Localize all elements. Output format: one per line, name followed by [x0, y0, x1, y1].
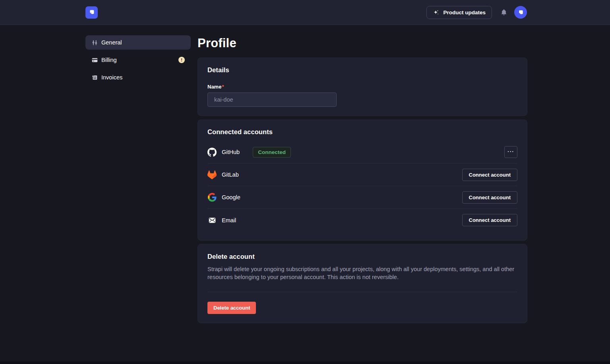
row-action: ···: [504, 146, 517, 158]
google-connect-button[interactable]: Connect account: [462, 191, 517, 204]
settings-sidebar: General Billing !: [85, 35, 191, 327]
invoice-icon: [91, 74, 99, 81]
delete-account-card: Delete account Strapi will delete your o…: [198, 244, 527, 323]
row-action: Connect account: [462, 191, 517, 204]
provider-name: Email: [222, 217, 236, 223]
name-field-label: Name*: [207, 84, 517, 90]
delete-account-button[interactable]: Delete account: [207, 302, 256, 314]
notifications-bell-icon[interactable]: [500, 9, 507, 16]
sidebar-item-invoices[interactable]: Invoices: [85, 70, 191, 85]
sidebar-item-billing[interactable]: Billing !: [85, 53, 191, 67]
page-title: Profile: [198, 36, 527, 51]
email-envelope-icon: [207, 216, 217, 225]
required-asterisk: *: [222, 84, 224, 90]
main-content: Profile Details Name* Connected accounts…: [198, 35, 527, 327]
row-action: Connect account: [462, 169, 517, 181]
account-row-google: Google Connect account: [207, 186, 517, 209]
product-updates-label: Product updates: [443, 10, 486, 15]
row-action: Connect account: [462, 214, 517, 226]
connected-status-badge: Connected: [253, 147, 291, 158]
sidebar-item-label: General: [101, 39, 122, 46]
account-row-gitlab: GitLab Connect account: [207, 164, 517, 186]
details-heading: Details: [207, 66, 517, 74]
github-more-button[interactable]: ···: [504, 146, 517, 158]
account-row-github: GitHub Connected ···: [207, 141, 517, 164]
provider-name: GitHub: [222, 149, 240, 155]
accounts-list: GitHub Connected ··· GitLab: [207, 141, 517, 231]
sidebar-item-general[interactable]: General: [85, 35, 191, 50]
connected-accounts-heading: Connected accounts: [207, 128, 517, 136]
email-connect-button[interactable]: Connect account: [462, 214, 517, 226]
connected-accounts-card: Connected accounts GitHub Connected ···: [198, 119, 527, 241]
google-icon: [207, 193, 217, 202]
sparkle-icon: [433, 9, 440, 16]
account-row-email: Email Connect account: [207, 209, 517, 231]
billing-warning-badge: !: [178, 57, 185, 63]
gitlab-connect-button[interactable]: Connect account: [462, 169, 517, 181]
product-updates-button[interactable]: Product updates: [426, 6, 492, 19]
gitlab-icon: [207, 170, 217, 179]
delete-account-description: Strapi will delete your ongoing subscrip…: [207, 265, 517, 281]
name-input[interactable]: [207, 92, 337, 107]
github-icon: [207, 148, 217, 157]
app-header: Product updates: [0, 0, 610, 25]
sidebar-item-label: Invoices: [101, 74, 122, 81]
provider-name: Google: [222, 194, 240, 200]
divider: [207, 292, 517, 292]
sliders-icon: [91, 39, 99, 46]
provider-name: GitLab: [222, 171, 239, 178]
user-avatar[interactable]: [514, 6, 527, 19]
page-layout: General Billing !: [0, 25, 610, 327]
details-card: Details Name*: [198, 58, 527, 116]
delete-account-heading: Delete account: [207, 253, 517, 260]
sidebar-item-label: Billing: [101, 57, 117, 63]
bottom-edge-strip: [0, 362, 610, 364]
credit-card-icon: [91, 56, 99, 64]
name-label-text: Name: [207, 84, 221, 90]
strapi-logo[interactable]: [85, 6, 98, 19]
strapi-glyph-icon: [517, 9, 525, 16]
strapi-glyph-icon: [88, 8, 96, 16]
